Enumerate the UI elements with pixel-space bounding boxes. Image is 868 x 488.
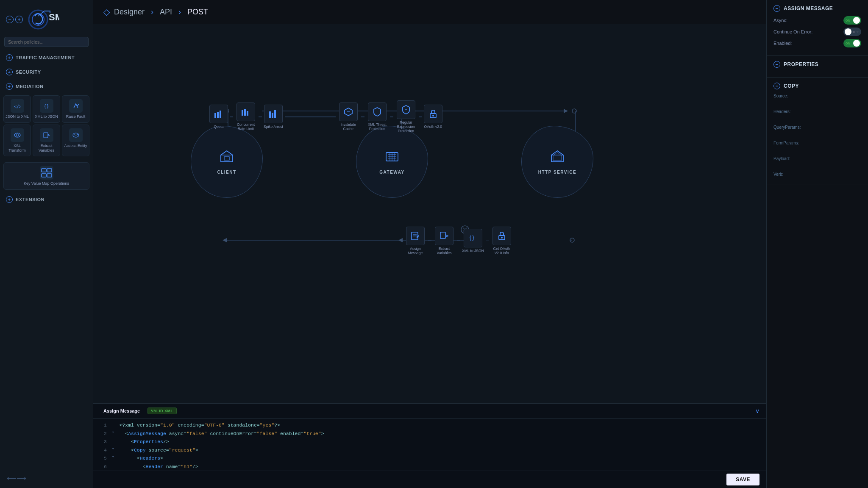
sidebar-item-json-to-xml[interactable]: </> JSON to XML xyxy=(3,95,31,123)
gateway-blob-shape: GATEWAY xyxy=(356,126,428,198)
traffic-management-label: TRAFFIC MANAGEMENT xyxy=(16,55,75,60)
continue-on-error-label: Continue On Error: xyxy=(773,29,812,34)
policy-spike-arrest[interactable]: Spike Arrest xyxy=(264,105,283,129)
sidebar-item-raise-fault[interactable]: Raise Fault xyxy=(62,95,89,123)
save-button[interactable]: SAVE xyxy=(726,474,760,485)
assign-message-tab[interactable]: Assign Message xyxy=(100,407,143,415)
svg-marker-26 xyxy=(223,238,227,242)
extract-variables-icon xyxy=(40,128,53,142)
breadcrumb-designer[interactable]: Designer xyxy=(114,8,145,17)
connector-line xyxy=(419,116,422,117)
svg-point-7 xyxy=(14,133,20,137)
continue-on-error-toggle[interactable]: OFF xyxy=(843,28,861,36)
kv-map-label: Key Value Map Operations xyxy=(24,181,69,186)
http-service-icon xyxy=(550,149,565,167)
svg-text:</>: </> xyxy=(14,104,21,109)
gateway-node[interactable]: GATEWAY xyxy=(356,126,428,198)
xml-threat-label: XML Threat Protection xyxy=(366,122,388,131)
svg-text:{}: {} xyxy=(469,235,475,241)
async-toggle[interactable]: ON xyxy=(843,16,861,25)
xml-to-json-icon: {} xyxy=(40,99,53,113)
properties-collapse-icon[interactable]: − xyxy=(773,61,780,68)
svg-rect-53 xyxy=(247,111,248,116)
get-oauth-icon xyxy=(492,227,511,245)
client-node[interactable]: CLIENT xyxy=(191,126,263,198)
spike-arrest-label: Spike Arrest xyxy=(264,125,283,129)
save-btn-row: ⟵⟶ SAVE xyxy=(93,471,766,488)
sidebar-section-kv: Key Value Map Operations xyxy=(0,160,93,192)
code-line-3: 3 <Properties/> xyxy=(100,438,760,446)
http-service-label: HTTP SERVICE xyxy=(538,170,576,175)
sidebar-item-extract-variables[interactable]: Extract Variables xyxy=(33,125,60,157)
continue-on-error-knob xyxy=(845,28,851,35)
sme-logo: SME xyxy=(25,8,59,31)
connector-line-b xyxy=(457,241,460,241)
policy-xml-threat[interactable]: XML Threat Protection xyxy=(366,103,388,131)
connector-line xyxy=(259,116,262,117)
headers-field: Headers: xyxy=(773,109,861,114)
concurrent-rate-label: Concurrent Rate Limit xyxy=(235,122,257,131)
search-input[interactable] xyxy=(4,37,89,47)
policy-assign-message[interactable]: Assign Message xyxy=(404,227,426,255)
traffic-management-header[interactable]: + TRAFFIC MANAGEMENT xyxy=(0,51,93,64)
policy-concurrent-rate[interactable]: Concurrent Rate Limit xyxy=(235,103,257,131)
http-service-node[interactable]: HTTP SERVICE xyxy=(521,126,593,198)
xml-to-json-b-label: XML to JSON xyxy=(462,249,484,253)
assign-message-title-label: ASSIGN MESSAGE xyxy=(784,6,833,11)
extension-header[interactable]: + EXTENSION xyxy=(0,193,93,206)
copy-collapse-icon[interactable]: − xyxy=(773,83,780,89)
zoom-in-icon[interactable]: + xyxy=(15,16,23,23)
mediation-items-grid: </> JSON to XML {} XML to JSON Raise Fau… xyxy=(0,93,93,159)
svg-rect-14 xyxy=(47,174,52,177)
enabled-toggle[interactable]: ON xyxy=(843,39,861,47)
svg-rect-50 xyxy=(220,111,221,118)
headers-label: Headers: xyxy=(773,109,861,114)
sidebar-section-traffic: + TRAFFIC MANAGEMENT xyxy=(0,50,93,65)
assign-message-collapse-icon[interactable]: − xyxy=(773,5,780,12)
code-editor[interactable]: 1 <?xml version="1.0" encoding="UTF-8" s… xyxy=(93,419,766,471)
policy-quota[interactable]: Quota xyxy=(209,105,228,129)
verb-field: Verb: xyxy=(773,172,861,177)
code-line-5: 5 ▾ <Headers> xyxy=(100,454,760,463)
sidebar-item-xml-to-json[interactable]: {} XML to JSON xyxy=(33,95,60,123)
assign-message-panel-section: − ASSIGN MESSAGE Async: ON Continue On E… xyxy=(767,0,868,56)
policy-oauth[interactable]: OAuth v2.0 xyxy=(424,105,442,129)
policy-get-oauth[interactable]: Get OAuth V2.0 Info xyxy=(491,227,513,255)
top-policy-nodes: Quota Concurrent Rate Limit xyxy=(208,100,444,133)
enabled-row: Enabled: ON xyxy=(773,39,861,47)
quota-label: Quota xyxy=(214,125,223,129)
designer-icon: ◇ xyxy=(103,7,110,17)
policy-regex-protection[interactable]: Regular Expression Protection xyxy=(395,100,417,133)
extension-expand-icon: + xyxy=(6,196,13,203)
svg-point-21 xyxy=(572,109,576,113)
sidebar-item-access-entity[interactable]: Access Entity xyxy=(62,125,89,157)
sidebar-section-security: + SECURITY xyxy=(0,65,93,79)
enabled-label: Enabled: xyxy=(773,41,792,46)
collapse-panel-btn[interactable]: ∨ xyxy=(755,408,760,414)
query-params-label: QueryParams: xyxy=(773,125,861,130)
zoom-out-icon[interactable]: − xyxy=(6,16,14,23)
svg-marker-28 xyxy=(398,238,403,242)
sidebar-item-xsl-transform[interactable]: XSL Transform xyxy=(3,125,31,157)
security-expand-icon: + xyxy=(6,69,13,75)
mediation-header[interactable]: + MEDIATION xyxy=(0,80,93,93)
concurrent-rate-icon xyxy=(236,103,255,121)
connector-line-b xyxy=(428,241,431,241)
policy-invalidate-cache[interactable]: Invalidate Cache xyxy=(337,103,359,131)
continue-on-error-row: Continue On Error: OFF xyxy=(773,28,861,36)
policy-xml-to-json-b[interactable]: {} XML to JSON xyxy=(462,229,484,253)
svg-text:SME: SME xyxy=(49,12,59,22)
assign-message-label: Assign Message xyxy=(404,247,426,255)
xml-to-json-label: XML to JSON xyxy=(35,114,58,119)
http-service-blob-shape: HTTP SERVICE xyxy=(521,126,593,198)
security-header[interactable]: + SECURITY xyxy=(0,66,93,78)
policy-extract-variables-b[interactable]: Extract Variables xyxy=(433,227,455,255)
svg-text:{}: {} xyxy=(44,103,49,109)
breadcrumb-api[interactable]: API xyxy=(160,8,172,17)
flow-canvas[interactable]: CLIENT GATEWAY xyxy=(93,24,766,403)
breadcrumb-sep-2: › xyxy=(178,8,181,17)
properties-title-label: PROPERTIES xyxy=(784,61,818,67)
main-area: ◇ Designer › API › POST xyxy=(93,0,766,488)
sidebar-item-kv-map[interactable]: Key Value Map Operations xyxy=(3,162,89,190)
svg-rect-11 xyxy=(47,169,52,172)
